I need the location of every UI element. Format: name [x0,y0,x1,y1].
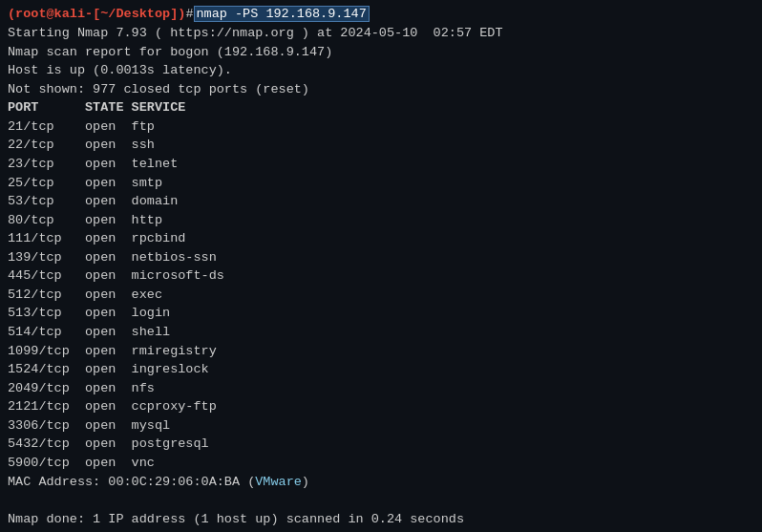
output-line: 25/tcp open smtp [8,174,754,193]
output-line: 23/tcp open telnet [8,155,754,174]
output-line: 21/tcp open ftp [8,117,754,137]
output-line: Host is up (0.0013s latency). [8,61,754,80]
output-line [8,491,754,510]
output-line: Not shown: 977 closed tcp ports (reset) [8,80,754,99]
prompt-dir-bracket-open: [ [93,7,100,21]
prompt-close-paren: ) [178,7,185,21]
output-line: Starting Nmap 7.93 ( https://nmap.org ) … [8,24,754,43]
prompt-dir-bracket-close: ] [170,7,178,21]
prompt-hash: # [185,7,193,21]
nmap-done-line: Nmap done: 1 IP address (1 host up) scan… [8,510,754,529]
prompt-line: (root@kali-[~/Desktop]) # nmap -PS 192.1… [8,6,754,22]
prompt-user: root@kali [15,7,85,21]
output-line: 512/tcp open exec [8,286,754,305]
table-header: PORT STATE SERVICE [8,98,754,117]
prompt-dir: ~/Desktop [100,7,170,21]
output-line: 22/tcp open ssh [8,136,754,155]
output-line: 514/tcp open shell [8,323,754,342]
prompt-separator: - [85,7,93,21]
vmware-text: VMware [255,475,302,489]
output-line: 3306/tcp open mysql [8,416,754,436]
mac-address-line: MAC Address: 00:0C:29:06:0A:BA (VMware) [8,473,754,492]
terminal-output: Starting Nmap 7.93 ( https://nmap.org ) … [8,24,754,528]
output-line: 111/tcp open rpcbind [8,229,754,248]
output-line: 445/tcp open microsoft-ds [8,266,754,286]
output-line: 1524/tcp open ingreslock [8,360,754,379]
output-line: 513/tcp open login [8,304,754,323]
output-line: 53/tcp open domain [8,192,754,211]
output-line: 5900/tcp open vnc [8,454,754,473]
output-line: 5432/tcp open postgresql [8,435,754,454]
command-text: nmap -PS 192.168.9.147 [194,6,370,22]
output-line: 2121/tcp open ccproxy-ftp [8,397,754,416]
terminal-window: (root@kali-[~/Desktop]) # nmap -PS 192.1… [0,0,762,532]
output-line: 139/tcp open netbios-ssn [8,248,754,267]
output-line: Nmap scan report for bogon (192.168.9.14… [8,43,754,62]
output-line: 2049/tcp open nfs [8,379,754,398]
output-line: 80/tcp open http [8,211,754,230]
prompt-bracket-open: ( [8,7,15,21]
output-line: 1099/tcp open rmiregistry [8,342,754,361]
